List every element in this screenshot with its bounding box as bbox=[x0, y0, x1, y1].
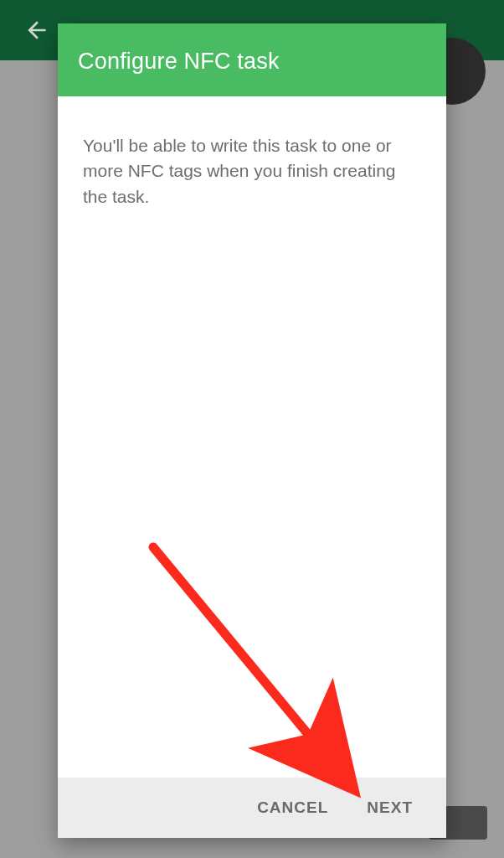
dialog-title: Configure NFC task bbox=[58, 23, 446, 96]
configure-nfc-dialog: Configure NFC task You'll be able to wri… bbox=[58, 23, 446, 838]
next-button[interactable]: NEXT bbox=[362, 792, 418, 824]
arrow-back-icon bbox=[23, 17, 50, 44]
dialog-body-text: You'll be able to write this task to one… bbox=[83, 133, 421, 209]
cancel-button[interactable]: CANCEL bbox=[252, 792, 333, 824]
dialog-body: You'll be able to write this task to one… bbox=[58, 96, 446, 778]
dialog-actions: CANCEL NEXT bbox=[58, 778, 446, 838]
